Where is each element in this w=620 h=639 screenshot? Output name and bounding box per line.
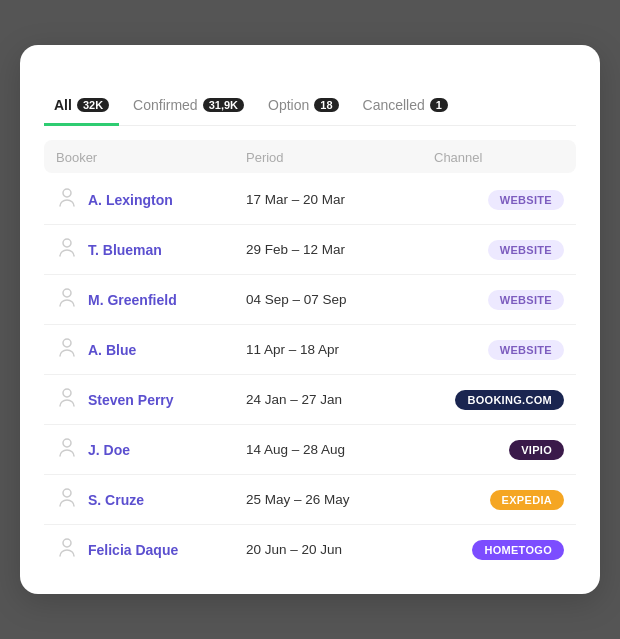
tab-all[interactable]: All32K <box>44 89 119 126</box>
person-icon <box>56 537 78 562</box>
booker-cell: J. Doe <box>56 437 246 462</box>
person-icon <box>56 437 78 462</box>
period-cell: 20 Jun – 20 Jun <box>246 542 434 557</box>
channel-cell: WEBSITE <box>434 340 564 360</box>
channel-cell: VIPIO <box>434 440 564 460</box>
channel-badge: HOMETOGO <box>472 540 564 560</box>
booker-name: S. Cruze <box>88 492 144 508</box>
period-cell: 11 Apr – 18 Apr <box>246 342 434 357</box>
channel-badge: WEBSITE <box>488 240 564 260</box>
booker-name: Felicia Daque <box>88 542 178 558</box>
person-icon <box>56 287 78 312</box>
tab-badge: 32K <box>77 98 109 112</box>
tab-label: Cancelled <box>363 97 425 113</box>
channel-badge: WEBSITE <box>488 340 564 360</box>
booker-name: A. Lexington <box>88 192 173 208</box>
bookings-card: All32KConfirmed31,9KOption18Cancelled1 B… <box>20 45 600 594</box>
tab-bar: All32KConfirmed31,9KOption18Cancelled1 <box>44 89 576 126</box>
tab-label: Confirmed <box>133 97 198 113</box>
person-icon <box>56 237 78 262</box>
booker-cell: S. Cruze <box>56 487 246 512</box>
period-cell: 14 Aug – 28 Aug <box>246 442 434 457</box>
table-row: S. Cruze 25 May – 26 MayEXPEDIA <box>44 475 576 525</box>
tab-cancelled[interactable]: Cancelled1 <box>353 89 458 126</box>
booker-cell: M. Greenfield <box>56 287 246 312</box>
channel-badge: WEBSITE <box>488 290 564 310</box>
table-row: J. Doe 14 Aug – 28 AugVIPIO <box>44 425 576 475</box>
tab-confirmed[interactable]: Confirmed31,9K <box>123 89 254 126</box>
table-row: A. Lexington 17 Mar – 20 MarWEBSITE <box>44 175 576 225</box>
table-row: M. Greenfield 04 Sep – 07 SepWEBSITE <box>44 275 576 325</box>
booker-name: J. Doe <box>88 442 130 458</box>
tab-option[interactable]: Option18 <box>258 89 349 126</box>
table-header: BookerPeriodChannel <box>44 140 576 173</box>
channel-cell: HOMETOGO <box>434 540 564 560</box>
booker-name: M. Greenfield <box>88 292 177 308</box>
booker-cell: Steven Perry <box>56 387 246 412</box>
tab-label: All <box>54 97 72 113</box>
table-body: A. Lexington 17 Mar – 20 MarWEBSITE T. B… <box>44 175 576 574</box>
col-header: Period <box>246 150 434 165</box>
booker-name: Steven Perry <box>88 392 174 408</box>
period-cell: 29 Feb – 12 Mar <box>246 242 434 257</box>
booker-cell: T. Blueman <box>56 237 246 262</box>
table-row: Felicia Daque 20 Jun – 20 JunHOMETOGO <box>44 525 576 574</box>
channel-badge: WEBSITE <box>488 190 564 210</box>
channel-badge: VIPIO <box>509 440 564 460</box>
booker-name: T. Blueman <box>88 242 162 258</box>
tab-label: Option <box>268 97 309 113</box>
col-header: Channel <box>434 150 564 165</box>
channel-badge: EXPEDIA <box>490 490 564 510</box>
tab-badge: 31,9K <box>203 98 244 112</box>
channel-cell: EXPEDIA <box>434 490 564 510</box>
tab-badge: 18 <box>314 98 338 112</box>
table-row: Steven Perry 24 Jan – 27 JanBOOKING.COM <box>44 375 576 425</box>
col-header: Booker <box>56 150 246 165</box>
table-row: T. Blueman 29 Feb – 12 MarWEBSITE <box>44 225 576 275</box>
person-icon <box>56 487 78 512</box>
channel-badge: BOOKING.COM <box>455 390 564 410</box>
booker-name: A. Blue <box>88 342 136 358</box>
period-cell: 17 Mar – 20 Mar <box>246 192 434 207</box>
booker-cell: Felicia Daque <box>56 537 246 562</box>
channel-cell: BOOKING.COM <box>434 390 564 410</box>
person-icon <box>56 187 78 212</box>
booker-cell: A. Lexington <box>56 187 246 212</box>
booker-cell: A. Blue <box>56 337 246 362</box>
tab-badge: 1 <box>430 98 448 112</box>
table-row: A. Blue 11 Apr – 18 AprWEBSITE <box>44 325 576 375</box>
period-cell: 04 Sep – 07 Sep <box>246 292 434 307</box>
channel-cell: WEBSITE <box>434 190 564 210</box>
period-cell: 24 Jan – 27 Jan <box>246 392 434 407</box>
person-icon <box>56 337 78 362</box>
channel-cell: WEBSITE <box>434 240 564 260</box>
person-icon <box>56 387 78 412</box>
channel-cell: WEBSITE <box>434 290 564 310</box>
period-cell: 25 May – 26 May <box>246 492 434 507</box>
